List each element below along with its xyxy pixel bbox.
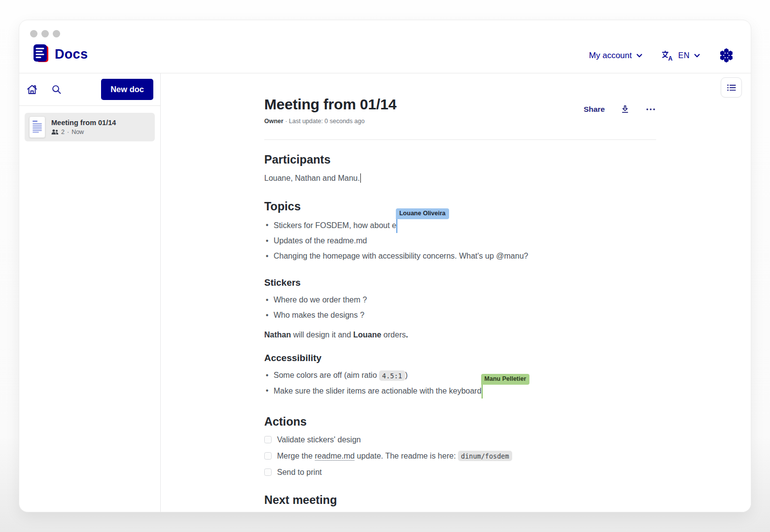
divider bbox=[264, 139, 656, 140]
list-item[interactable]: Make sure the slider items are actionabl… bbox=[274, 383, 656, 399]
document-actions: Share bbox=[584, 104, 656, 115]
document-meta: Owner · Last update: 0 seconds ago bbox=[264, 118, 396, 125]
collab-user-label: Manu Pelletier bbox=[481, 374, 530, 385]
heading-actions: Actions bbox=[264, 415, 656, 429]
table-of-contents-button[interactable] bbox=[721, 77, 742, 98]
home-icon[interactable] bbox=[26, 84, 38, 96]
app-body: New doc bbox=[19, 73, 751, 512]
share-button[interactable]: Share bbox=[584, 105, 605, 114]
accessibility-list: Some colors are off (aim ratio 4.5:1) Ma… bbox=[264, 368, 656, 399]
list-item[interactable]: Changing the homepage with accessibility… bbox=[274, 249, 656, 264]
heading-participants: Participants bbox=[264, 153, 656, 166]
doc-list: Meeting from 01/14 2 bbox=[19, 106, 160, 148]
chevron-down-icon bbox=[636, 54, 642, 58]
inline-code: 4.5:1 bbox=[379, 370, 405, 381]
header-actions: My account A EN bbox=[589, 48, 734, 65]
participants-text[interactable]: Louane, Nathan and Manu. bbox=[264, 173, 656, 184]
chevron-down-icon bbox=[694, 54, 700, 58]
collab-caret bbox=[396, 218, 398, 233]
doc-item-separator: · bbox=[67, 129, 69, 135]
last-update: Last update: 0 seconds ago bbox=[289, 118, 365, 125]
task-row: Send to print bbox=[264, 467, 656, 477]
task-row: Merge the readme.md update. The readme i… bbox=[264, 451, 656, 461]
docs-logo-icon bbox=[32, 43, 50, 65]
readme-link[interactable]: readme.md bbox=[315, 452, 354, 460]
task-label[interactable]: Validate stickers' design bbox=[277, 435, 361, 445]
task-label[interactable]: Merge the readme.md update. The readme i… bbox=[277, 451, 512, 461]
search-icon[interactable] bbox=[51, 84, 62, 95]
list-item[interactable]: Stickers for FOSDEM, how about eLouane O… bbox=[274, 218, 656, 233]
new-doc-button[interactable]: New doc bbox=[101, 79, 153, 100]
main-content: Meeting from 01/14 Owner · Last update: … bbox=[161, 73, 751, 512]
doc-item-subtitle: 2 · Now bbox=[51, 129, 116, 135]
sidebar: New doc bbox=[19, 73, 161, 512]
inline-code: dinum/fosdem bbox=[458, 451, 512, 461]
collab-caret bbox=[482, 383, 483, 399]
stickers-note[interactable]: Nathan will design it and Louane orders. bbox=[264, 331, 656, 339]
translate-icon: A bbox=[661, 50, 674, 62]
doc-item-time: Now bbox=[71, 129, 84, 135]
heading-accessibility: Accessibility bbox=[264, 353, 656, 364]
svg-text:A: A bbox=[668, 55, 672, 62]
task-row: Validate stickers' design bbox=[264, 435, 656, 445]
task-checkbox[interactable] bbox=[264, 436, 272, 443]
app-window: Docs My account A EN bbox=[19, 20, 751, 512]
app-name: Docs bbox=[55, 47, 88, 62]
language-code: EN bbox=[678, 51, 690, 60]
download-icon[interactable] bbox=[620, 104, 630, 115]
list-icon bbox=[726, 82, 737, 93]
apps-grid-gaufre-icon[interactable] bbox=[719, 48, 734, 63]
stickers-list: Where do we order them ? Who makes the d… bbox=[264, 293, 656, 323]
language-selector[interactable]: A EN bbox=[661, 50, 700, 62]
more-options-icon[interactable] bbox=[645, 104, 656, 115]
window-controls bbox=[30, 30, 60, 37]
doc-member-count: 2 bbox=[61, 129, 65, 135]
heading-topics: Topics bbox=[264, 200, 656, 213]
app-header: Docs My account A EN bbox=[19, 20, 751, 73]
topics-list: Stickers for FOSDEM, how about eLouane O… bbox=[264, 218, 656, 264]
task-label[interactable]: Send to print bbox=[277, 467, 322, 477]
heading-next-meeting: Next meeting bbox=[264, 494, 656, 507]
meta-separator: · bbox=[285, 118, 287, 125]
window-dot[interactable] bbox=[41, 30, 49, 37]
window-dot[interactable] bbox=[30, 30, 37, 37]
document-header: Meeting from 01/14 Owner · Last update: … bbox=[264, 96, 656, 125]
list-item[interactable]: Where do we order them ? bbox=[274, 293, 656, 308]
document-title[interactable]: Meeting from 01/14 bbox=[264, 96, 396, 113]
task-checkbox[interactable] bbox=[264, 468, 272, 476]
document-icon bbox=[29, 116, 45, 138]
heading-stickers: Stickers bbox=[264, 277, 656, 288]
my-account-menu[interactable]: My account bbox=[589, 51, 642, 61]
app-logo[interactable]: Docs bbox=[32, 43, 88, 65]
list-item[interactable]: Updates of the readme.md bbox=[274, 233, 656, 249]
owner-badge: Owner bbox=[264, 118, 283, 125]
my-account-label: My account bbox=[589, 51, 632, 61]
list-item[interactable]: Some colors are off (aim ratio 4.5:1) bbox=[274, 368, 656, 383]
list-item[interactable]: Who makes the designs ? bbox=[274, 308, 656, 323]
window-dot[interactable] bbox=[53, 30, 60, 37]
document: Meeting from 01/14 Owner · Last update: … bbox=[264, 96, 656, 507]
members-icon bbox=[51, 129, 59, 135]
task-checkbox[interactable] bbox=[264, 452, 272, 460]
text-cursor bbox=[360, 173, 361, 183]
doc-list-item[interactable]: Meeting from 01/14 2 bbox=[25, 113, 155, 141]
doc-item-title: Meeting from 01/14 bbox=[51, 119, 116, 127]
collab-user-label: Louane Oliveira bbox=[396, 208, 449, 219]
sidebar-toolbar: New doc bbox=[19, 73, 160, 106]
